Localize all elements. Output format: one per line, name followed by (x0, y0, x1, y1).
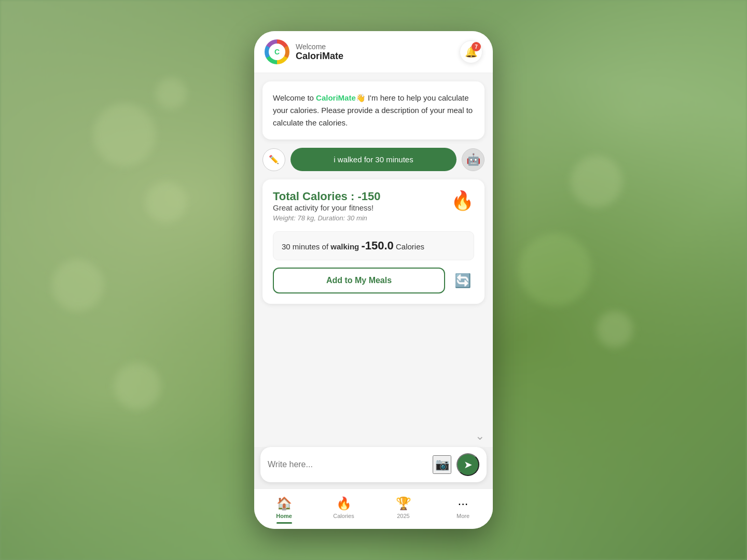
user-avatar[interactable]: 🤖 (462, 148, 485, 171)
chevron-down-icon[interactable]: ⌄ (475, 429, 485, 443)
refresh-button[interactable]: 🔄 (451, 269, 474, 292)
calories-value: -150.0 (361, 239, 393, 252)
bokeh-3 (156, 78, 187, 109)
nav-item-more[interactable]: ··· More (433, 493, 493, 527)
chevron-row: ⌄ (254, 425, 493, 447)
total-calories: Total Calories : -150 (273, 190, 380, 203)
nav-label-more: More (457, 513, 469, 519)
app-name: CaloriMate (296, 51, 343, 62)
send-icon: ➤ (464, 458, 473, 471)
camera-button[interactable]: 📷 (433, 455, 451, 474)
chat-area: Welcome to CaloriMate👋 I'm here to help … (254, 73, 493, 425)
calories-label: Calories (396, 242, 424, 251)
bokeh-4 (52, 259, 104, 311)
refresh-icon: 🔄 (454, 273, 471, 289)
avatar-icon: 🤖 (466, 153, 480, 166)
input-area: 📷 ➤ (260, 447, 487, 482)
user-message-row: ✏️ i walked for 30 minutes 🤖 (262, 148, 485, 171)
message-input[interactable] (268, 460, 427, 469)
calories-icon: 🔥 (336, 496, 352, 511)
user-bubble: i walked for 30 minutes (290, 148, 457, 171)
bokeh-5 (114, 363, 161, 410)
nav-item-2025[interactable]: 🏆 2025 (374, 493, 433, 527)
nav-item-home[interactable]: 🏠 Home (254, 493, 314, 527)
activity-detail-text: 30 minutes of walking -150.0 Calories (282, 242, 424, 251)
spacer (262, 312, 485, 417)
more-icon: ··· (458, 496, 468, 511)
nav-label-home: Home (276, 513, 292, 519)
header-title: Welcome CaloriMate (296, 43, 343, 62)
header: C Welcome CaloriMate 🔔 7 (254, 31, 493, 73)
result-card: Total Calories : -150 Great activity for… (262, 179, 485, 304)
nav-active-indicator (276, 522, 292, 524)
send-button[interactable]: ➤ (457, 453, 479, 476)
wave-emoji: 👋 (356, 93, 366, 102)
add-to-meals-button[interactable]: Add to My Meals (273, 268, 445, 293)
activity-detail-box: 30 minutes of walking -150.0 Calories (273, 231, 474, 260)
home-icon: 🏠 (276, 496, 292, 511)
activity-meta: Weight: 78 kg, Duration: 30 min (273, 214, 380, 222)
nav-label-calories: Calories (333, 513, 354, 519)
welcome-prefix: Welcome to (273, 93, 316, 102)
brand-inline: CaloriMate (316, 93, 356, 102)
logo-letter: C (274, 48, 280, 56)
camera-icon: 📷 (435, 458, 449, 471)
edit-icon: ✏️ (269, 155, 279, 164)
app-container: C Welcome CaloriMate 🔔 7 Welcome to Calo… (254, 31, 493, 529)
header-left: C Welcome CaloriMate (265, 39, 343, 64)
notification-button[interactable]: 🔔 7 (460, 40, 482, 63)
nav-item-calories[interactable]: 🔥 Calories (314, 493, 374, 527)
bottom-nav: 🏠 Home 🔥 Calories 🏆 2025 ··· More (254, 488, 493, 529)
nav-label-2025: 2025 (397, 513, 409, 519)
detail-activity: walking (330, 242, 359, 251)
trophy-icon: 🏆 (396, 496, 411, 511)
bokeh-8 (597, 311, 633, 347)
result-header-left: Total Calories : -150 Great activity for… (273, 190, 380, 229)
bokeh-2 (145, 181, 187, 223)
app-logo: C (265, 39, 289, 64)
result-header: Total Calories : -150 Great activity for… (273, 190, 474, 229)
welcome-label: Welcome (296, 43, 343, 51)
edit-button[interactable]: ✏️ (262, 148, 285, 171)
action-row: Add to My Meals 🔄 (273, 268, 474, 293)
flame-icon: 🔥 (451, 190, 474, 212)
bokeh-7 (571, 156, 622, 207)
detail-prefix: 30 minutes of (282, 242, 330, 251)
bokeh-1 (93, 104, 156, 166)
bokeh-6 (519, 233, 591, 306)
notification-badge: 7 (472, 42, 481, 51)
welcome-bubble: Welcome to CaloriMate👋 I'm here to help … (262, 81, 485, 139)
activity-description: Great activity for your fitness! (273, 203, 380, 212)
